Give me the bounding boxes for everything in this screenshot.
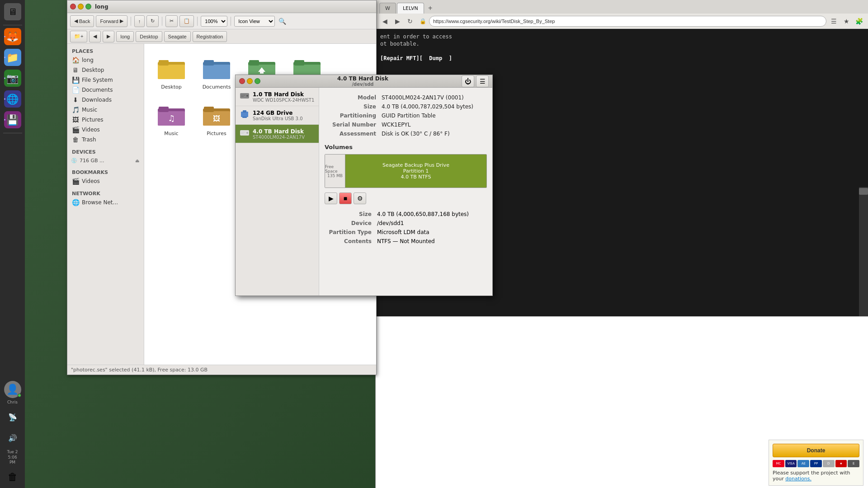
sidebar-item-long[interactable]: 🏠 long: [67, 55, 144, 65]
svg-rect-5: [204, 60, 214, 66]
taskbar-firefox-icon[interactable]: 🦊: [3, 27, 22, 46]
location-seagate[interactable]: Seagate: [164, 31, 191, 42]
svg-rect-42: [241, 133, 244, 134]
zoom-select[interactable]: 100%: [201, 16, 227, 27]
new-folder-button[interactable]: 📁+: [70, 31, 87, 42]
serial-label: Serial Number: [325, 120, 379, 129]
back-arrow-icon: ◀: [74, 18, 78, 24]
sidebar-item-documents[interactable]: 📄 Documents: [67, 85, 144, 95]
partitioning-value: GUID Partition Table: [379, 111, 487, 120]
view-select[interactable]: Icon View: [234, 16, 275, 27]
vol-stop-button[interactable]: ■: [339, 192, 352, 204]
browser-forward-button[interactable]: ▶: [392, 16, 403, 27]
location-long[interactable]: long: [116, 31, 134, 42]
mastercard-icon: MC: [773, 460, 784, 467]
tab-lelvn-label: LELVN: [403, 5, 418, 11]
fm-close-button[interactable]: [70, 4, 76, 9]
du-minimize-button[interactable]: [247, 78, 253, 84]
du-device-124gb-info: 124 GB Drive SanDisk Ultra USB 3.0: [253, 110, 315, 121]
sidebar-bookmark-videos[interactable]: 🎬 Videos: [67, 176, 144, 186]
browser-extensions-button[interactable]: 🧩: [854, 16, 864, 27]
bookmarks-header: Bookmarks: [67, 168, 144, 176]
user-avatar[interactable]: 👤: [4, 381, 21, 398]
scrollbar-thumb[interactable]: [859, 188, 868, 195]
detail-model-row: Model ST4000LM024-2AN17V (0001): [325, 93, 487, 102]
detail-serial-row: Serial Number WCK1EPYL: [325, 120, 487, 129]
browser-tab-lelvn[interactable]: LELVN: [397, 3, 424, 14]
du-maximize-button[interactable]: [255, 78, 260, 84]
sidebar-network-browse[interactable]: 🌐 Browse Net...: [67, 197, 144, 207]
sidebar-item-trash[interactable]: 🗑 Trash: [67, 135, 144, 145]
free-space-partition[interactable]: Free Space 135 MB: [325, 155, 345, 188]
fm-maximize-button[interactable]: [85, 4, 91, 9]
browser-tab-w[interactable]: W: [379, 3, 396, 14]
reload-icon: ↻: [151, 18, 155, 24]
sidebar-item-filesystem[interactable]: 💾 File System: [67, 75, 144, 85]
du-menu-button[interactable]: ☰: [476, 75, 489, 87]
sidebar-item-desktop[interactable]: 🖥 Desktop: [67, 65, 144, 75]
svg-rect-4: [203, 65, 230, 79]
location-registration[interactable]: Registration: [193, 31, 227, 42]
browser-bookmark-button[interactable]: ★: [841, 16, 852, 27]
url-bar[interactable]: [429, 16, 826, 27]
du-body: 1.0 TB Hard Disk WDC WD10SPCX-24HWST1 12…: [236, 88, 492, 296]
taskbar-files-icon[interactable]: 📁: [3, 48, 22, 67]
du-window-controls: [239, 78, 260, 84]
forward-button[interactable]: Forward ▶: [96, 15, 127, 27]
file-icon-desktop[interactable]: Desktop: [151, 51, 192, 93]
donate-button[interactable]: Donate: [773, 444, 859, 457]
browser-refresh-button[interactable]: ↻: [405, 16, 415, 27]
back-button[interactable]: ◀ Back: [70, 15, 94, 27]
du-device-124gb-sub: SanDisk Ultra USB 3.0: [253, 116, 315, 121]
taskbar-photo-icon[interactable]: 📷: [3, 69, 22, 88]
taskbar-network-icon[interactable]: 📡: [3, 408, 22, 427]
location-desktop[interactable]: Desktop: [136, 31, 162, 42]
taskbar-browser-icon[interactable]: 🌐: [3, 89, 22, 108]
donations-link[interactable]: donations.: [785, 476, 811, 482]
sidebar-item-downloads[interactable]: ⬇ Downloads: [67, 95, 144, 105]
du-device-1tb[interactable]: 1.0 TB Hard Disk WDC WD10SPCX-24HWST1: [236, 88, 319, 106]
vol-play-button[interactable]: ▶: [325, 192, 337, 204]
new-tab-button[interactable]: +: [425, 3, 436, 14]
up-button[interactable]: ↑: [134, 15, 145, 27]
du-power-button[interactable]: ⏻: [462, 75, 474, 87]
toolbar-sep-2: [162, 17, 162, 26]
toolbar-sep-1: [131, 17, 131, 26]
file-icon-documents[interactable]: Documents: [196, 51, 237, 93]
sidebar-item-videos[interactable]: 🎬 Videos: [67, 125, 144, 135]
svg-rect-8: [249, 60, 259, 66]
taskbar-disk-icon[interactable]: 💾: [3, 110, 22, 129]
vol-parttype-label: Partition Type: [325, 228, 374, 237]
paypal-icon: PP: [810, 460, 822, 467]
copy-button[interactable]: 📋: [179, 15, 194, 27]
file-icon-pictures[interactable]: 🖼 Pictures: [196, 97, 237, 139]
svg-rect-34: [241, 95, 245, 95]
taskbar-volume-icon[interactable]: 🔊: [3, 429, 22, 448]
du-device-124gb[interactable]: 124 GB Drive SanDisk Ultra USB 3.0: [236, 106, 319, 125]
taskbar-system-icon[interactable]: 🖥: [3, 2, 22, 21]
cut-button[interactable]: ✂: [165, 15, 178, 27]
eject-button[interactable]: ⏏: [134, 157, 140, 164]
search-button[interactable]: 🔍: [277, 16, 288, 27]
nav-prev-button[interactable]: ◀: [89, 31, 101, 42]
reload-button[interactable]: ↻: [146, 15, 159, 27]
vol-settings-button[interactable]: ⚙: [354, 192, 366, 204]
file-icon-music[interactable]: ♫ Music: [151, 97, 192, 139]
browser-scrollbar: [859, 187, 868, 316]
browser-menu-button[interactable]: ☰: [828, 16, 839, 27]
terminal-line-4: [Repair MFT][ Dump ]: [380, 55, 863, 61]
main-partition[interactable]: Seagate Backup Plus Drive Partition 1 4.…: [345, 155, 486, 188]
browser-back-button[interactable]: ◀: [379, 16, 390, 27]
du-close-button[interactable]: [239, 78, 245, 84]
taskbar-trash-icon[interactable]: 🗑: [3, 467, 22, 486]
fm-minimize-button[interactable]: [78, 4, 84, 9]
sidebar-device-716gb[interactable]: 💿 716 GB ... ⏏: [67, 156, 144, 165]
sidebar-item-music[interactable]: 🎵 Music: [67, 105, 144, 115]
sidebar-item-pictures[interactable]: 🖼 Pictures: [67, 115, 144, 125]
desktop-icon: 🖥: [72, 66, 79, 74]
du-device-4tb-name: 4.0 TB Hard Disk: [253, 128, 315, 135]
du-device-4tb[interactable]: 4.0 TB Hard Disk ST4000LM024-2AN17V: [236, 125, 319, 143]
nav-next-button[interactable]: ▶: [103, 31, 114, 42]
du-device-1tb-sub: WDC WD10SPCX-24HWST1: [253, 98, 315, 103]
du-titlebar: 4.0 TB Hard Disk /dev/sdd ⏻ ☰: [236, 75, 492, 88]
